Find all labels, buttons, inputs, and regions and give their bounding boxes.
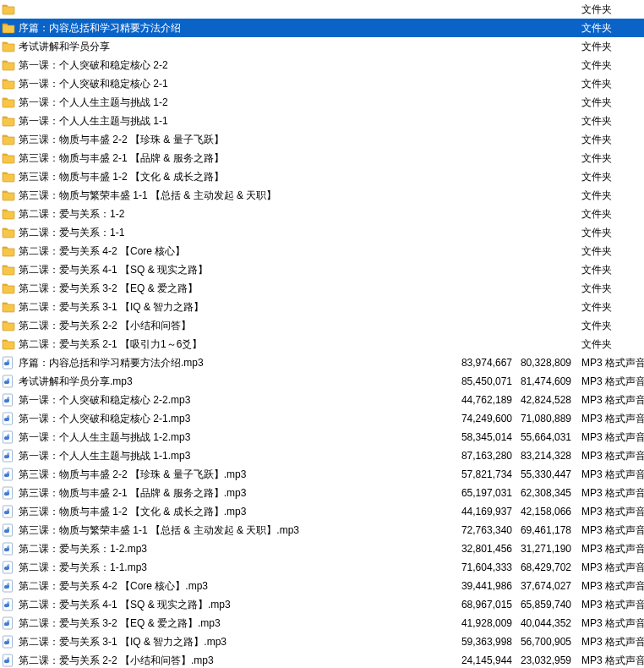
file-row[interactable]: 考试讲解和学员分享.mp385,450,07181,474,609MP3 格式声…: [0, 372, 644, 391]
col-packed-size: 65,859,740: [517, 599, 576, 611]
file-row[interactable]: 第三课：物质与丰盛 2-2 【珍珠 & 量子飞跃】.mp357,821,7345…: [0, 465, 644, 484]
file-name: 第一课：个人突破和稳定核心 2-2.mp3: [19, 393, 190, 408]
folder-icon: [2, 300, 15, 314]
file-row[interactable]: 第一课：个人人生主题与挑战 1-1.mp387,163,28083,214,32…: [0, 446, 644, 465]
col-name: 考试讲解和学员分享.mp3: [2, 375, 458, 389]
col-name: 序篇：内容总括和学习精要方法介绍.mp3: [2, 356, 458, 370]
col-name: 第一课：个人人生主题与挑战 1-2.mp3: [2, 430, 458, 445]
col-size: 44,762,189: [458, 394, 517, 406]
file-row[interactable]: 第三课：物质与丰盛 1-2 【文化 & 成长之路】文件夹: [0, 167, 644, 186]
folder-icon: [2, 170, 15, 183]
folder-icon: [2, 263, 15, 277]
file-row[interactable]: 第三课：物质与丰盛 2-1 【品牌 & 服务之路】.mp365,197,0316…: [0, 484, 644, 502]
col-size: 59,363,998: [458, 636, 517, 648]
col-name: 第二课：爱与关系 3-1 【IQ & 智力之路】.mp3: [2, 635, 458, 649]
file-row[interactable]: 第一课：个人人生主题与挑战 1-1文件夹: [0, 112, 644, 130]
audio-file-icon: [2, 430, 15, 444]
col-name: 第一课：个人突破和稳定核心 2-1: [2, 77, 458, 91]
file-row[interactable]: 第二课：爱与关系 2-2 【小结和问答】.mp324,145,94423,032…: [0, 651, 644, 668]
file-row[interactable]: 第二课：爱与关系 2-1 【吸引力1～6爻】文件夹: [0, 335, 644, 353]
folder-icon: [2, 337, 15, 351]
col-name: 第一课：个人人生主题与挑战 1-2: [2, 96, 458, 110]
folder-icon: [2, 282, 15, 295]
col-name: 第一课：个人突破和稳定核心 2-2.mp3: [2, 393, 458, 408]
file-name: 第三课：物质与丰盛 2-2 【珍珠 & 量子飞跃】.mp3: [19, 468, 246, 482]
col-type: 文件夹: [576, 263, 642, 277]
file-row[interactable]: 第一课：个人突破和稳定核心 2-1.mp374,249,60071,080,88…: [0, 409, 644, 428]
folder-icon: [2, 207, 15, 221]
audio-file-icon: [2, 412, 15, 425]
file-row[interactable]: 第二课：爱与关系：1-1文件夹: [0, 223, 644, 242]
col-size: 71,604,333: [458, 561, 517, 573]
col-type: 文件夹: [576, 58, 642, 73]
folder-icon: [2, 319, 15, 332]
col-name: 序篇：内容总括和学习精要方法介绍: [2, 21, 458, 36]
col-name: 第三课：物质与丰盛 2-2 【珍珠 & 量子飞跃】.mp3: [2, 468, 458, 482]
file-name: 第三课：物质与丰盛 2-2 【珍珠 & 量子飞跃】: [19, 133, 224, 147]
file-row[interactable]: 第二课：爱与关系 3-1 【IQ & 智力之路】.mp359,363,99856…: [0, 632, 644, 651]
col-type: 文件夹: [576, 337, 642, 352]
file-row[interactable]: 第二课：爱与关系 3-2 【EQ & 爱之路】.mp341,928,00940,…: [0, 614, 644, 632]
file-row[interactable]: 第二课：爱与关系：1-1.mp371,604,33368,429,702MP3 …: [0, 558, 644, 577]
col-type: 文件夹: [576, 40, 642, 54]
col-type: 文件夹: [576, 319, 642, 333]
file-row[interactable]: 第二课：爱与关系 3-2 【EQ & 爱之路】文件夹: [0, 279, 644, 298]
col-name: 第二课：爱与关系 3-1 【IQ & 智力之路】: [2, 300, 458, 315]
file-row[interactable]: 文件夹: [0, 0, 644, 19]
file-row[interactable]: 第一课：个人突破和稳定核心 2-1文件夹: [0, 74, 644, 93]
col-type: 文件夹: [576, 114, 642, 129]
file-row[interactable]: 第二课：爱与关系：1-2文件夹: [0, 205, 644, 223]
file-row[interactable]: 序篇：内容总括和学习精要方法介绍文件夹: [0, 19, 644, 37]
file-list: 文件夹序篇：内容总括和学习精要方法介绍文件夹考试讲解和学员分享文件夹第一课：个人…: [0, 0, 644, 668]
file-name: 第二课：爱与关系：1-1: [19, 226, 124, 240]
file-row[interactable]: 第二课：爱与关系 4-1 【SQ & 现实之路】.mp368,967,01565…: [0, 595, 644, 614]
col-type: MP3 格式声音: [576, 523, 644, 538]
col-type: MP3 格式声音: [576, 393, 644, 408]
col-name: 第三课：物质与繁荣丰盛 1-1 【总括 & 主动发起 & 天职】: [2, 189, 458, 203]
file-name: 第二课：爱与关系 4-2 【Core 核心】.mp3: [19, 579, 208, 594]
col-name: 第二课：爱与关系 4-1 【SQ & 现实之路】: [2, 263, 458, 277]
file-row[interactable]: 序篇：内容总括和学习精要方法介绍.mp383,974,66780,328,809…: [0, 353, 644, 372]
col-type: MP3 格式声音: [576, 468, 644, 482]
file-row[interactable]: 第二课：爱与关系 2-2 【小结和问答】文件夹: [0, 316, 644, 335]
col-name: 第一课：个人人生主题与挑战 1-1.mp3: [2, 449, 458, 463]
file-row[interactable]: 第三课：物质与丰盛 2-2 【珍珠 & 量子飞跃】文件夹: [0, 130, 644, 149]
file-row[interactable]: 第一课：个人突破和稳定核心 2-2文件夹: [0, 56, 644, 74]
file-name: 第三课：物质与丰盛 1-2 【文化 & 成长之路】: [19, 170, 224, 184]
file-row[interactable]: 第一课：个人人生主题与挑战 1-2文件夹: [0, 93, 644, 112]
file-row[interactable]: 考试讲解和学员分享文件夹: [0, 37, 644, 56]
file-row[interactable]: 第二课：爱与关系 4-2 【Core 核心】文件夹: [0, 242, 644, 260]
col-size: 65,197,031: [458, 487, 517, 499]
file-name: 第一课：个人突破和稳定核心 2-1.mp3: [19, 412, 190, 426]
file-row[interactable]: 第三课：物质与丰盛 1-2 【文化 & 成长之路】.mp344,169,9374…: [0, 502, 644, 521]
col-type: 文件夹: [576, 226, 642, 240]
file-row[interactable]: 第二课：爱与关系：1-2.mp332,801,45631,271,190MP3 …: [0, 539, 644, 558]
file-name: 第一课：个人人生主题与挑战 1-2.mp3: [19, 430, 190, 445]
col-type: MP3 格式声音: [576, 635, 644, 649]
col-name: 第二课：爱与关系 4-2 【Core 核心】.mp3: [2, 579, 458, 594]
col-type: 文件夹: [576, 282, 642, 296]
file-row[interactable]: 第三课：物质与繁荣丰盛 1-1 【总括 & 主动发起 & 天职】.mp372,7…: [0, 521, 644, 539]
file-name: 第三课：物质与繁荣丰盛 1-1 【总括 & 主动发起 & 天职】.mp3: [19, 523, 299, 538]
col-name: 第三课：物质与丰盛 2-1 【品牌 & 服务之路】: [2, 151, 458, 166]
col-type: MP3 格式声音: [576, 412, 644, 426]
file-name: 第二课：爱与关系 3-1 【IQ & 智力之路】: [19, 300, 204, 315]
file-name: 第一课：个人突破和稳定核心 2-1: [19, 77, 168, 91]
file-row[interactable]: 第三课：物质与繁荣丰盛 1-1 【总括 & 主动发起 & 天职】文件夹: [0, 186, 644, 205]
col-size: 58,345,014: [458, 431, 517, 443]
file-row[interactable]: 第三课：物质与丰盛 2-1 【品牌 & 服务之路】文件夹: [0, 149, 644, 167]
folder-icon: [2, 133, 15, 146]
col-packed-size: 42,158,066: [517, 506, 576, 517]
col-type: MP3 格式声音: [576, 505, 644, 519]
file-name: 第二课：爱与关系：1-2.mp3: [19, 542, 147, 556]
folder-icon: [2, 96, 15, 109]
file-name: 第三课：物质与丰盛 2-1 【品牌 & 服务之路】.mp3: [19, 486, 246, 501]
file-name: 序篇：内容总括和学习精要方法介绍.mp3: [19, 356, 204, 370]
file-row[interactable]: 第二课：爱与关系 4-2 【Core 核心】.mp339,441,98637,6…: [0, 577, 644, 595]
file-row[interactable]: 第二课：爱与关系 4-1 【SQ & 现实之路】文件夹: [0, 260, 644, 279]
file-row[interactable]: 第一课：个人突破和稳定核心 2-2.mp344,762,18942,824,52…: [0, 391, 644, 409]
file-row[interactable]: 第一课：个人人生主题与挑战 1-2.mp358,345,01455,664,03…: [0, 428, 644, 446]
file-name: 第三课：物质与丰盛 2-1 【品牌 & 服务之路】: [19, 151, 224, 166]
file-row[interactable]: 第二课：爱与关系 3-1 【IQ & 智力之路】文件夹: [0, 298, 644, 316]
folder-icon: [2, 77, 15, 90]
